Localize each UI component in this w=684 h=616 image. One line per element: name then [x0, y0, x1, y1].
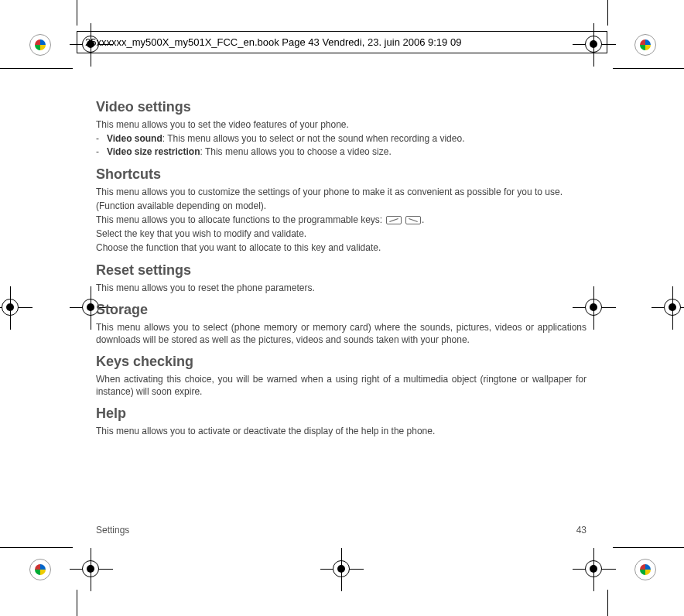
softkey-right-icon [405, 216, 421, 224]
crosshair-mark [320, 548, 364, 591]
softkey-left-icon [386, 216, 402, 224]
shortcuts-p5: Choose the function that you want to all… [96, 241, 587, 254]
video-size-label: Video size restriction [107, 146, 200, 157]
keys-p1: When activating this choice, you will be… [96, 373, 587, 398]
crosshair-mark [573, 548, 616, 591]
video-sound-label: Video sound [107, 133, 162, 144]
reset-p1: This menu allows you to reset the phone … [96, 282, 587, 294]
shortcuts-p3b: . [422, 214, 424, 225]
registration-mark-top-left [29, 34, 51, 56]
shortcuts-p4: Select the key that you wish to modify a… [96, 228, 587, 240]
heading-shortcuts: Shortcuts [96, 166, 587, 183]
registration-mark-bottom-left [29, 559, 51, 580]
registration-mark-top-right [634, 34, 656, 56]
banner-text: 25xxxxxx_my500X_my501X_FCC_en.book Page … [85, 36, 461, 48]
help-p1: This menu allows you to activate or deac… [96, 425, 587, 437]
shortcuts-p2: (Function available depending on model). [96, 200, 587, 212]
heading-storage: Storage [96, 302, 587, 318]
video-item-size: Video size restriction: This menu allows… [96, 145, 587, 158]
heading-video-settings: Video settings [96, 99, 587, 115]
footer-page-number: 43 [576, 525, 587, 536]
shortcuts-p1: This menu allows you to customize the se… [96, 186, 587, 198]
heading-keys-checking: Keys checking [96, 354, 587, 370]
page-content: Video settings This menu allows you to s… [96, 99, 587, 440]
heading-reset: Reset settings [96, 262, 587, 279]
heading-help: Help [96, 406, 587, 422]
video-item-sound: Video sound: This menu allows you to sel… [96, 132, 587, 145]
video-sound-desc: : This menu allows you to select or not … [162, 133, 465, 144]
shortcuts-p3: This menu allows you to allocate functio… [96, 214, 587, 226]
registration-mark-bottom-right [634, 559, 656, 580]
crosshair-mark [652, 286, 684, 330]
video-intro: This menu allows you to set the video fe… [96, 118, 587, 131]
crosshair-mark [70, 548, 113, 591]
footer-section-name: Settings [96, 525, 129, 536]
page-footer: Settings 43 [96, 525, 587, 536]
crosshair-mark [0, 286, 32, 330]
shortcuts-p3a: This menu allows you to allocate functio… [96, 214, 385, 225]
print-header-banner: 25xxxxxx_my500X_my501X_FCC_en.book Page … [77, 31, 607, 53]
video-size-desc: : This menu allows you to choose a video… [200, 146, 392, 157]
storage-p1: This menu allows you to select (phone me… [96, 321, 587, 346]
